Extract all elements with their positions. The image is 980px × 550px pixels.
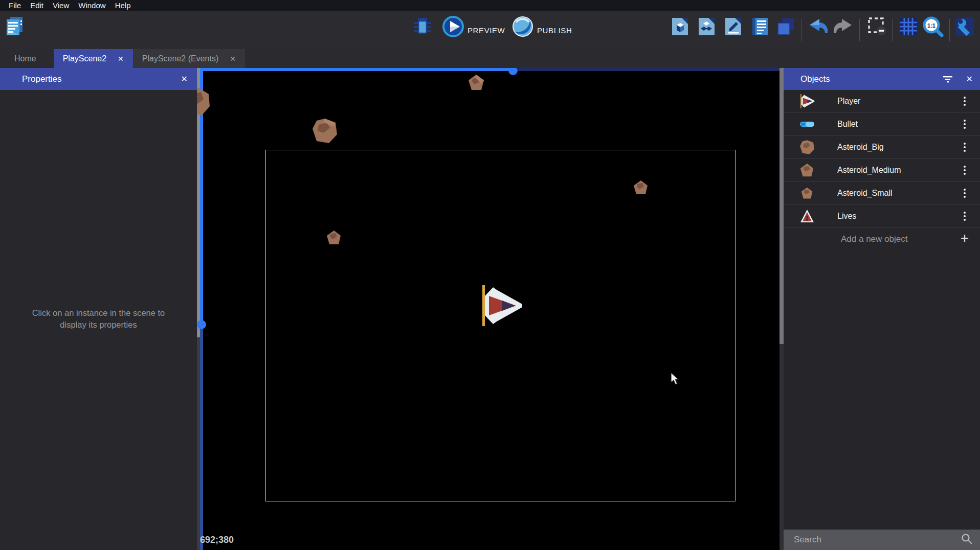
objects-search-bar bbox=[784, 530, 980, 550]
properties-empty-message: Click on an instance in the scene to dis… bbox=[0, 307, 197, 331]
open-scene-icon[interactable] bbox=[670, 16, 691, 37]
kebab-menu-icon[interactable] bbox=[962, 188, 968, 199]
mouse-cursor bbox=[670, 372, 681, 385]
selection-edge-left-dark bbox=[200, 329, 203, 550]
objects-header: Objects ✕ bbox=[784, 68, 980, 90]
kebab-menu-icon[interactable] bbox=[962, 165, 968, 176]
player-ship-instance[interactable] bbox=[479, 284, 523, 328]
asteroid-small-icon bbox=[799, 185, 815, 201]
asteroid-big-icon bbox=[799, 139, 815, 155]
add-object-label: Add a new object bbox=[841, 234, 907, 244]
project-manager-icon[interactable] bbox=[4, 15, 26, 37]
toolbar: PREVIEW PUBLISH bbox=[0, 11, 980, 49]
menu-help[interactable]: Help bbox=[110, 0, 136, 11]
selection-handle-top[interactable] bbox=[508, 68, 518, 75]
publish-icon[interactable] bbox=[511, 15, 534, 38]
add-object-row[interactable]: Add a new object + bbox=[784, 228, 980, 250]
bullet-icon bbox=[799, 116, 815, 132]
layers-icon[interactable] bbox=[775, 16, 796, 37]
debug-icon[interactable] bbox=[412, 16, 433, 37]
tab-bar: Home PlayScene2 ✕ PlayScene2 (Events) ✕ bbox=[0, 49, 980, 68]
selection-edge-top bbox=[200, 68, 513, 71]
object-row-lives[interactable]: Lives bbox=[784, 205, 980, 228]
project-structure-icon[interactable] bbox=[750, 16, 770, 37]
kebab-menu-icon[interactable] bbox=[962, 142, 968, 153]
tab-close-icon[interactable]: ✕ bbox=[230, 55, 236, 62]
publish-button[interactable]: PUBLISH bbox=[537, 11, 572, 49]
customize-wrench-icon[interactable] bbox=[954, 16, 975, 37]
objects-panel: Objects ✕ P bbox=[784, 68, 980, 550]
object-label: Lives bbox=[837, 212, 856, 221]
object-row-asteroid-medium[interactable]: Asteroid_Medium bbox=[784, 159, 980, 182]
menu-bar: File Edit View Window Help bbox=[0, 0, 980, 11]
tab-close-icon[interactable]: ✕ bbox=[118, 55, 124, 62]
object-row-player[interactable]: Player bbox=[784, 90, 980, 113]
right-scrollbar-thumb[interactable] bbox=[779, 68, 784, 344]
main-area: Properties ✕ Click on an instance in the… bbox=[0, 68, 980, 550]
tab-label: PlayScene2 bbox=[63, 54, 106, 63]
object-label: Bullet bbox=[837, 120, 858, 129]
edit-events-icon[interactable] bbox=[723, 16, 744, 37]
close-icon[interactable]: ✕ bbox=[966, 74, 973, 84]
cursor-coordinates: 692;380 bbox=[200, 535, 234, 545]
zoom-ratio-badge: 1:1 bbox=[927, 22, 936, 29]
zoom-1-1-icon[interactable]: 1:1 bbox=[922, 15, 944, 38]
tab-playscene2-events[interactable]: PlayScene2 (Events) ✕ bbox=[133, 49, 245, 68]
asteroid-medium-icon bbox=[799, 162, 815, 178]
filter-icon[interactable] bbox=[942, 74, 953, 85]
asteroid-instance[interactable] bbox=[197, 87, 210, 116]
toolbar-separator bbox=[859, 19, 860, 41]
plus-icon[interactable]: + bbox=[957, 230, 972, 247]
object-row-bullet[interactable]: Bullet bbox=[784, 113, 980, 136]
selection-handle-left[interactable] bbox=[197, 320, 206, 329]
object-label: Player bbox=[837, 97, 860, 106]
objects-list: Player Bullet bbox=[784, 90, 980, 250]
open-objects-icon[interactable] bbox=[697, 16, 717, 37]
preview-icon[interactable] bbox=[442, 15, 464, 38]
deselect-icon[interactable] bbox=[866, 16, 887, 37]
toolbar-separator bbox=[801, 19, 801, 41]
tab-home[interactable]: Home bbox=[5, 49, 46, 68]
asteroid-instance[interactable] bbox=[311, 118, 338, 144]
lives-ship-icon bbox=[799, 208, 815, 224]
redo-icon[interactable] bbox=[834, 16, 854, 37]
selection-edge-top-dark bbox=[518, 68, 779, 71]
search-input[interactable] bbox=[784, 534, 961, 545]
menu-file[interactable]: File bbox=[4, 0, 26, 11]
kebab-menu-icon[interactable] bbox=[962, 211, 968, 222]
object-row-asteroid-big[interactable]: Asteroid_Big bbox=[784, 136, 980, 159]
tab-label: PlayScene2 (Events) bbox=[142, 54, 218, 63]
scene-canvas[interactable]: 692;380 bbox=[197, 68, 784, 550]
toolbar-separator bbox=[892, 19, 893, 41]
asteroid-instance[interactable] bbox=[468, 74, 485, 91]
kebab-menu-icon[interactable] bbox=[962, 119, 968, 130]
menu-view[interactable]: View bbox=[48, 0, 74, 11]
objects-title: Objects bbox=[800, 74, 830, 84]
asteroid-instance[interactable] bbox=[326, 230, 342, 245]
kebab-menu-icon[interactable] bbox=[962, 96, 968, 107]
object-label: Asteroid_Medium bbox=[837, 166, 901, 175]
properties-header: Properties ✕ bbox=[0, 68, 197, 90]
preview-button[interactable]: PREVIEW bbox=[467, 11, 505, 49]
undo-icon[interactable] bbox=[807, 16, 828, 37]
object-row-asteroid-small[interactable]: Asteroid_Small bbox=[784, 182, 980, 205]
tab-playscene2[interactable]: PlayScene2 ✕ bbox=[54, 49, 133, 68]
search-icon bbox=[961, 533, 973, 547]
close-icon[interactable]: ✕ bbox=[181, 74, 188, 84]
toolbar-separator bbox=[949, 19, 950, 41]
properties-panel: Properties ✕ Click on an instance in the… bbox=[0, 68, 197, 550]
asteroid-instance[interactable] bbox=[633, 180, 649, 195]
object-label: Asteroid_Big bbox=[837, 143, 884, 152]
menu-window[interactable]: Window bbox=[74, 0, 110, 11]
tab-label: Home bbox=[14, 54, 36, 63]
player-ship-icon bbox=[799, 93, 815, 109]
menu-edit[interactable]: Edit bbox=[26, 0, 48, 11]
grid-icon[interactable] bbox=[898, 16, 919, 37]
object-label: Asteroid_Small bbox=[837, 189, 893, 198]
properties-title: Properties bbox=[22, 74, 61, 84]
